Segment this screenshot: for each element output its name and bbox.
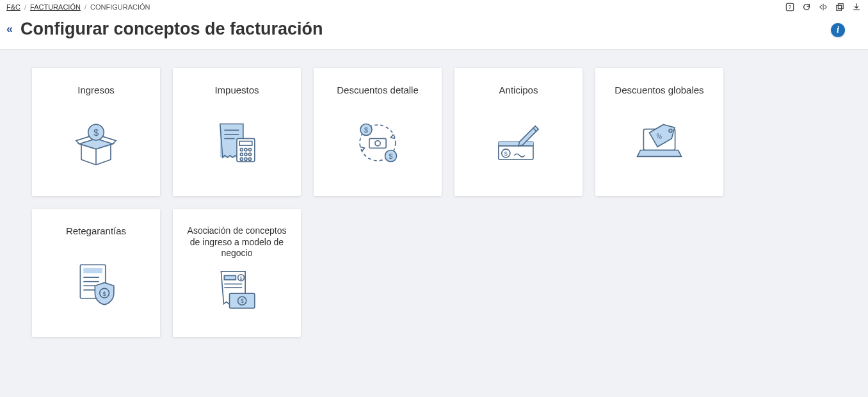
card-descuentos-detalle[interactable]: Descuentos detalle $ $ [314, 68, 442, 196]
receipt-calc-icon [211, 106, 263, 179]
svg-text:$: $ [102, 290, 106, 297]
card-title: Asociación de conceptos de ingreso a mod… [186, 225, 288, 260]
card-title: Descuentos globales [615, 85, 703, 97]
svg-text:?: ? [789, 4, 792, 10]
breadcrumb-root[interactable]: F&C [6, 3, 20, 11]
split-icon[interactable] [818, 2, 828, 12]
card-title: Ingresos [77, 85, 115, 97]
cash-cycle-icon: $ $ [351, 106, 404, 179]
check-sign-icon: $ [492, 106, 545, 179]
svg-text:$: $ [93, 127, 99, 138]
top-bar: F&C / FACTURACIÓN / CONFIGURACIÓN ? [0, 0, 868, 14]
new-window-icon[interactable] [835, 2, 845, 12]
breadcrumb: F&C / FACTURACIÓN / CONFIGURACIÓN [6, 3, 150, 11]
card-descuentos-globales[interactable]: Descuentos globales % [595, 68, 723, 196]
info-badge-icon[interactable]: i [831, 23, 845, 37]
svg-text:$: $ [241, 298, 244, 304]
help-icon[interactable]: ? [785, 2, 795, 12]
cards-grid: Ingresos $ Impuestos [32, 68, 836, 337]
collapse-icon[interactable]: « [6, 22, 13, 36]
card-retegarantias[interactable]: Retegarantías $ [32, 209, 160, 337]
card-asociacion-conceptos[interactable]: Asociación de conceptos de ingreso a mod… [173, 209, 301, 337]
svg-rect-3 [837, 5, 842, 10]
card-impuestos[interactable]: Impuestos [173, 68, 301, 196]
breadcrumb-separator: / [84, 3, 86, 11]
svg-rect-37 [499, 142, 533, 146]
svg-text:$: $ [364, 126, 368, 134]
box-money-icon: $ [70, 106, 122, 179]
header-section: « Configurar conceptos de facturación i [0, 14, 868, 50]
page-title: Configurar conceptos de facturación [20, 19, 323, 39]
invoice-cash-icon: $ $ [211, 263, 263, 320]
svg-rect-47 [83, 268, 102, 273]
svg-rect-54 [224, 275, 236, 280]
svg-rect-32 [369, 138, 386, 148]
card-title: Descuentos detalle [337, 85, 419, 97]
card-anticipos[interactable]: Anticipos $ [454, 68, 583, 196]
download-icon[interactable] [851, 2, 862, 12]
content: Ingresos $ Impuestos [0, 50, 868, 355]
card-title: Retegarantías [66, 225, 126, 238]
svg-text:$: $ [240, 275, 243, 281]
breadcrumb-current: CONFIGURACIÓN [90, 3, 150, 11]
doc-shield-icon: $ [70, 247, 122, 320]
breadcrumb-level1[interactable]: FACTURACIÓN [30, 3, 81, 11]
svg-text:$: $ [389, 152, 393, 160]
card-ingresos[interactable]: Ingresos $ [32, 68, 160, 196]
card-title: Impuestos [214, 85, 259, 97]
refresh-icon[interactable] [801, 2, 812, 12]
card-title: Anticipos [499, 85, 538, 97]
breadcrumb-separator: / [24, 3, 26, 11]
svg-text:$: $ [504, 150, 508, 157]
laptop-tag-icon: % [633, 106, 686, 179]
top-actions: ? [785, 2, 862, 12]
svg-rect-4 [838, 4, 843, 9]
